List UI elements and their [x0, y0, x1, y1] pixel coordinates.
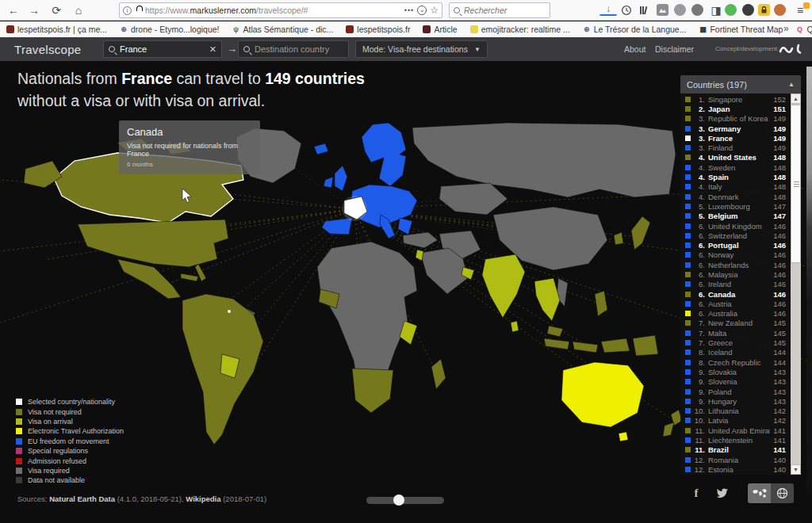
country-row[interactable]: 6. Netherlands 146	[680, 260, 791, 269]
country-row[interactable]: 7. Greece 145	[680, 338, 791, 347]
bookmark-item[interactable]: ψ Atlas Sémantique - dic...	[232, 25, 334, 34]
country-row[interactable]: 3. Germany 149	[680, 124, 791, 133]
about-link[interactable]: About	[624, 37, 645, 61]
country-row[interactable]: 6. Ireland 146	[680, 280, 791, 289]
country-row[interactable]: 11. Liechtenstein 141	[680, 435, 791, 445]
extension-icon[interactable]	[774, 4, 786, 16]
country-row[interactable]: 6. Norway 146	[680, 250, 791, 260]
mode-dropdown[interactable]: Mode: Visa-free destinations ▼	[355, 40, 488, 58]
zoom-slider[interactable]	[366, 497, 444, 504]
downloads-icon[interactable]: ↓	[599, 2, 617, 16]
country-row[interactable]: 4. Denmark 148	[680, 192, 791, 201]
extension-icon[interactable]	[657, 4, 668, 16]
bookmark-item[interactable]: emojitracker: realtime ...	[470, 25, 570, 34]
country-row[interactable]: 7. Malta 145	[680, 328, 791, 338]
countries-scrollbar[interactable]: ▲ ▼	[791, 94, 801, 475]
app-logo[interactable]: Travelscope	[14, 43, 81, 56]
url-bar[interactable]: i https://www.markuslerner.com/travelsco…	[119, 2, 442, 18]
legend-swatch	[16, 458, 22, 464]
country-row[interactable]: 3. France 149	[680, 133, 791, 143]
forward-icon[interactable]: →	[25, 2, 43, 19]
library-icon[interactable]	[635, 2, 653, 19]
legend-swatch	[16, 399, 22, 405]
country-row[interactable]: 9. Slovakia 143	[680, 367, 791, 376]
country-row[interactable]: 1. Singapore 152	[680, 94, 791, 104]
country-row[interactable]: 5. Belgium 147	[680, 212, 791, 221]
country-row[interactable]: 6. Canada 146	[680, 289, 791, 299]
country-row[interactable]: 11. Brazil 141	[680, 445, 791, 455]
country-row[interactable]: 4. Spain 148	[680, 172, 791, 181]
twitter-share-button[interactable]	[715, 488, 729, 499]
scroll-up-icon[interactable]: ▲	[791, 94, 801, 104]
country-row[interactable]: 6. Switzerland 146	[680, 231, 791, 240]
country-row[interactable]: 12. Romania 140	[680, 455, 791, 464]
nationality-search-input[interactable]: France ✕	[103, 40, 222, 58]
sidebar-toggle-icon[interactable]: ◨	[707, 2, 725, 19]
bookmarks-overflow-chevron[interactable]: »	[783, 23, 789, 34]
country-row[interactable]: 3. Finland 149	[680, 143, 791, 152]
wikipedia-link[interactable]: Wikipedia	[186, 494, 220, 503]
country-row[interactable]: 10. Latvia 142	[680, 416, 791, 426]
country-row[interactable]: 7. New Zealand 145	[680, 319, 791, 328]
country-row[interactable]: 6. Australia 146	[680, 309, 791, 319]
country-row[interactable]: 8. Czech Republic 144	[680, 357, 791, 367]
markuslerner-logo[interactable]	[779, 43, 806, 55]
url-text[interactable]: https://www.markuslerner.com/travelscope…	[145, 6, 401, 15]
country-row[interactable]: 6. Austria 146	[680, 299, 791, 308]
back-icon[interactable]: ←	[5, 2, 22, 19]
bookmark-item[interactable]: lespetitspois.fr | ça me...	[6, 25, 107, 34]
country-row[interactable]: 12. Estonia 140	[680, 464, 791, 474]
reload-icon[interactable]: ⟳	[48, 2, 65, 19]
clear-icon[interactable]: ✕	[209, 44, 216, 55]
page-actions-icon[interactable]: •••	[404, 6, 414, 14]
countries-panel: Countries (197) ▲ 1. Singapore 152	[680, 75, 801, 475]
countries-panel-header[interactable]: Countries (197) ▲	[680, 75, 801, 94]
globe-view-button[interactable]	[771, 483, 794, 503]
home-icon[interactable]: ⌂	[70, 2, 87, 19]
destination-search-input[interactable]: Destination country	[238, 40, 349, 58]
zoom-slider-knob[interactable]	[393, 494, 404, 506]
scrollbar-thumb[interactable]	[791, 105, 801, 263]
country-row[interactable]: 4. United States 148	[680, 153, 791, 162]
extension-icon[interactable]	[674, 4, 686, 16]
country-row[interactable]: 3. Republic of Korea 149	[680, 114, 791, 124]
menu-icon[interactable]: ≡	[792, 2, 808, 19]
bookmark-item[interactable]: ⊕ drone - Etymo...logique!	[120, 25, 219, 34]
country-row[interactable]: 11. United Arab Emirates 141	[680, 426, 791, 435]
https-lock-icon[interactable]	[135, 9, 142, 14]
country-row[interactable]: 4. Italy 148	[680, 182, 791, 192]
country-row[interactable]: 9. Slovenia 143	[680, 377, 791, 387]
country-row[interactable]: 9. Hungary 143	[680, 396, 791, 406]
country-row[interactable]: 6. United Kingdom 146	[680, 221, 791, 231]
site-info-icon[interactable]: i	[123, 6, 132, 15]
bookmark-item[interactable]: ▦ Fortinet Threat Map	[699, 25, 783, 34]
bookmark-item[interactable]: ⊕ Le Trésor de la Langue...	[583, 25, 687, 34]
bookmark-item[interactable]: Q Qwant	[795, 25, 812, 34]
country-row[interactable]: 6. Malaysia 146	[680, 269, 791, 279]
facebook-share-button[interactable]: f	[688, 487, 704, 500]
country-row[interactable]: 4. Sweden 148	[680, 162, 791, 172]
country-row[interactable]: 9. Poland 143	[680, 387, 791, 396]
bookmark-star-icon[interactable]: ☆	[430, 5, 439, 16]
flat-map-view-button[interactable]	[748, 483, 771, 503]
extension-icon[interactable]	[725, 4, 737, 16]
disclaimer-link[interactable]: Disclaimer	[655, 37, 694, 61]
browser-search-field[interactable]: Rechercher	[449, 2, 550, 18]
pocket-icon[interactable]: ⌄	[417, 6, 427, 15]
country-color-swatch	[685, 272, 691, 277]
country-row[interactable]: 10. Lithuania 142	[680, 407, 791, 416]
extension-icon[interactable]	[742, 4, 754, 16]
bookmark-item[interactable]: Article	[423, 25, 457, 34]
country-row[interactable]: 6. Portugal 146	[680, 240, 791, 250]
extension-icon[interactable]	[691, 4, 703, 16]
search-icon	[454, 7, 460, 13]
history-clock-icon[interactable]	[618, 2, 635, 19]
flat-map-icon	[752, 488, 768, 498]
scroll-down-icon[interactable]: ▼	[791, 464, 801, 475]
bookmark-item[interactable]: lespetitspois.fr	[346, 25, 410, 34]
country-row[interactable]: 8. Iceland 144	[680, 348, 791, 357]
country-row[interactable]: 2. Japan 151	[680, 104, 791, 113]
country-row[interactable]: 5. Luxembourg 147	[680, 201, 791, 211]
password-lock-extension-icon[interactable]	[758, 4, 770, 16]
natural-earth-link[interactable]: Natural Earth Data	[49, 494, 115, 503]
